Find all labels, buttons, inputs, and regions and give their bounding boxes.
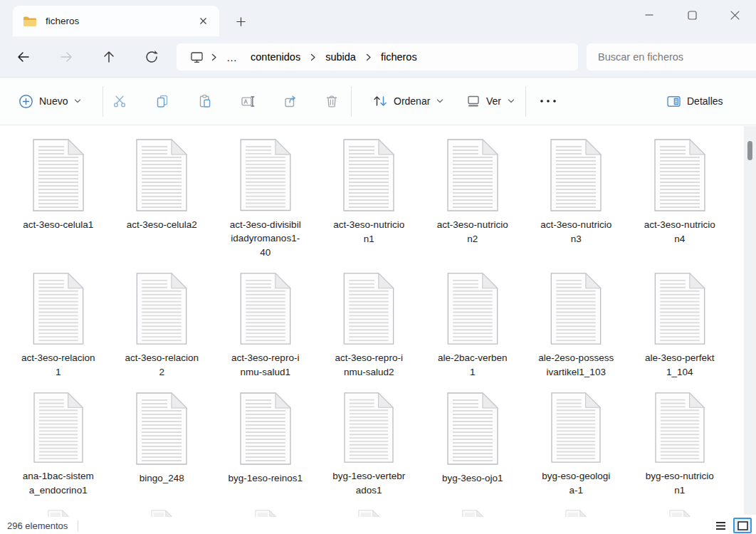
more-options-button[interactable]: [532, 87, 564, 115]
copy-button[interactable]: [148, 87, 177, 115]
file-row: act-3eso-celula1 act-3eso-celula2 act-3e…: [6, 125, 732, 259]
titlebar: ficheros: [0, 0, 756, 36]
status-bar: 296 elementos: [0, 517, 756, 534]
file-label: byg-1eso-reinos1: [229, 471, 303, 486]
file-item[interactable]: byg-eso-nutricion1: [628, 392, 732, 497]
document-icon: [549, 138, 603, 212]
search-input[interactable]: [587, 43, 756, 70]
paste-button[interactable]: [191, 87, 219, 115]
file-item[interactable]: act-3eso-divisibilidadyromanos1-40: [214, 138, 317, 259]
rename-button[interactable]: [233, 87, 262, 115]
up-button[interactable]: [100, 48, 117, 66]
trash-icon: [325, 94, 339, 108]
sort-button-label: Ordenar: [394, 95, 430, 107]
file-label: byg-1eso-vertebrados1: [332, 469, 405, 497]
ellipsis-icon: [539, 98, 557, 104]
breadcrumb-item-subida[interactable]: subida: [319, 48, 362, 66]
vertical-scrollbar[interactable]: [744, 126, 756, 515]
toolbar-divider: [351, 86, 352, 117]
file-item[interactable]: ale-2eso-possessivartikel1_103: [525, 272, 629, 379]
file-row: act-3eso-relacion1 act-3eso-relacion2 ac…: [6, 259, 732, 379]
file-label: act-3eso-nutricion2: [437, 218, 508, 246]
document-icon: [446, 272, 500, 345]
toolbar-divider: [103, 86, 103, 117]
file-label: ale-3eso-perfekt1_104: [645, 351, 715, 379]
file-label: ale-2eso-possessivartikel1_103: [538, 351, 614, 379]
breadcrumb-item-ficheros[interactable]: ficheros: [374, 48, 424, 66]
document-icon: [135, 138, 189, 212]
search-box: [587, 43, 756, 70]
breadcrumb-item-contenidos[interactable]: contenidos: [244, 48, 307, 66]
maximize-button[interactable]: [671, 0, 713, 30]
file-label: act-3eso-relacion2: [125, 351, 199, 379]
document-icon: [31, 272, 85, 345]
back-button[interactable]: [15, 48, 32, 66]
file-item[interactable]: act-3eso-nutricion4: [628, 138, 732, 259]
sort-icon: [372, 93, 388, 109]
file-item[interactable]: act-3eso-repro-inmu-salud1: [214, 272, 317, 379]
file-label: byg-eso-geologia-1: [542, 469, 610, 497]
arrow-up-icon: [101, 49, 117, 65]
item-count: 296 elementos: [7, 520, 68, 531]
cut-button[interactable]: [105, 87, 134, 115]
chevron-right-icon[interactable]: [209, 53, 219, 62]
file-label: act-3eso-repro-inmu-salud1: [231, 351, 299, 379]
document-icon: [135, 392, 189, 466]
delete-button[interactable]: [317, 87, 346, 115]
view-icon: [466, 94, 481, 108]
details-button[interactable]: Detalles: [659, 87, 730, 115]
toolbar-divider: [525, 86, 526, 117]
command-toolbar: Nuevo: [0, 77, 756, 125]
large-icons-view-toggle[interactable]: [733, 518, 752, 533]
file-item[interactable]: byg-eso-geologia-1: [525, 392, 629, 497]
minimize-button[interactable]: [628, 0, 671, 30]
file-label: act-3eso-celula1: [23, 218, 93, 232]
plus-icon: [236, 16, 246, 27]
file-item[interactable]: act-3eso-relacion1: [6, 272, 110, 379]
file-label: act-3eso-nutricion1: [333, 218, 404, 246]
folder-icon: [23, 16, 37, 27]
file-item[interactable]: act-3eso-nutricion1: [317, 138, 421, 259]
chevron-right-icon[interactable]: [308, 53, 317, 62]
close-window-button[interactable]: [713, 0, 756, 30]
file-item[interactable]: byg-3eso-ojo1: [421, 392, 525, 497]
details-pane-icon: [666, 94, 681, 109]
file-item[interactable]: ale-2bac-verben1: [421, 272, 525, 379]
share-button[interactable]: [276, 87, 305, 115]
view-button[interactable]: Ver: [459, 87, 523, 115]
scrollbar-thumb[interactable]: [747, 141, 752, 160]
document-icon: [342, 392, 396, 464]
details-view-toggle[interactable]: [712, 518, 729, 533]
file-item[interactable]: byg-1eso-vertebrados1: [317, 392, 421, 497]
chevron-down-icon: [436, 97, 444, 105]
explorer-tab[interactable]: ficheros: [13, 6, 219, 36]
refresh-button[interactable]: [143, 48, 160, 66]
file-item[interactable]: act-3eso-celula1: [6, 138, 110, 259]
tab-close-button[interactable]: [194, 12, 212, 31]
file-item[interactable]: act-3eso-repro-inmu-salud2: [317, 272, 421, 379]
document-icon: [135, 272, 189, 345]
file-item[interactable]: act-3eso-nutricion2: [421, 138, 525, 259]
new-tab-button[interactable]: [231, 11, 251, 31]
sort-button[interactable]: Ordenar: [365, 87, 451, 115]
file-item[interactable]: act-3eso-relacion2: [110, 272, 214, 379]
chevron-right-icon[interactable]: [364, 53, 373, 62]
this-pc-crumb[interactable]: [186, 48, 208, 67]
file-label: byg-3eso-ojo1: [442, 471, 503, 486]
file-item[interactable]: bingo_248: [110, 392, 214, 497]
document-icon: [446, 392, 500, 466]
document-icon: [238, 392, 293, 466]
window-controls: [628, 0, 756, 30]
breadcrumb-overflow[interactable]: …: [220, 48, 244, 66]
thumbnail-view-icon: [737, 521, 748, 530]
file-item[interactable]: act-3eso-nutricion3: [525, 138, 629, 259]
forward-button[interactable]: [58, 48, 75, 66]
document-icon: [653, 392, 707, 464]
file-item[interactable]: byg-1eso-reinos1: [214, 392, 317, 497]
file-item[interactable]: ana-1bac-sistema_endocrino1: [6, 392, 110, 497]
new-button[interactable]: Nuevo: [11, 87, 89, 115]
file-item[interactable]: ale-3eso-perfekt1_104: [628, 272, 732, 379]
tab-title: ficheros: [46, 16, 194, 26]
document-icon: [342, 138, 396, 212]
file-item[interactable]: act-3eso-celula2: [110, 138, 214, 259]
